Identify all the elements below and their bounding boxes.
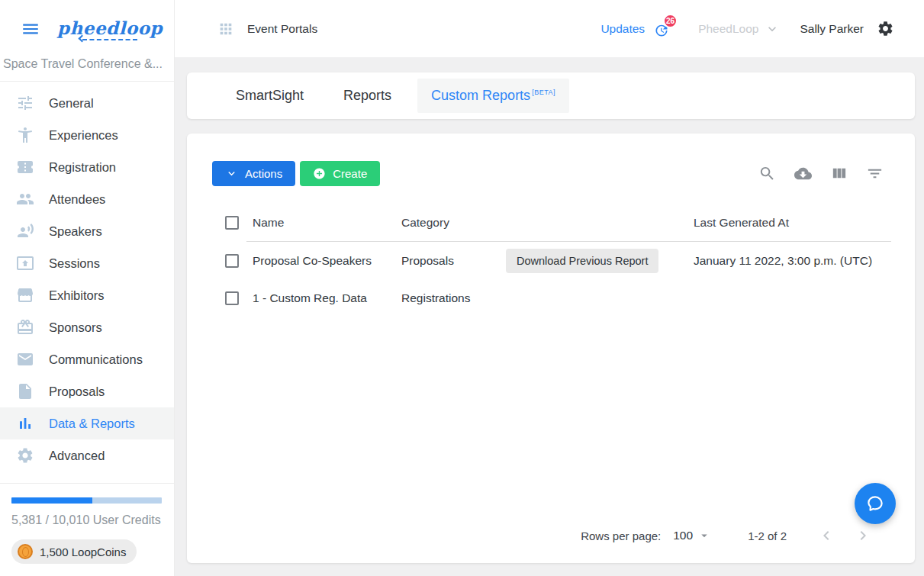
custom-reports-panel: Actions Create <box>187 134 915 563</box>
download-previous-report-button[interactable]: Download Previous Report <box>506 249 658 273</box>
settings-gear-icon[interactable] <box>877 20 895 38</box>
sidebar-item-label: Attendees <box>49 192 105 207</box>
main-area: SmartSight Reports Custom Reports[BETA] … <box>175 57 924 576</box>
table-tools <box>758 165 884 183</box>
updates-button[interactable]: Updates 26 <box>600 21 671 37</box>
sidebar-item-communications[interactable]: Communications <box>0 343 174 375</box>
sidebar-header: pheedloop <box>0 0 174 57</box>
report-category: Proposals <box>401 254 506 268</box>
sidebar-item-proposals[interactable]: Proposals <box>0 375 174 407</box>
menu-icon[interactable] <box>21 19 40 39</box>
next-page-icon[interactable] <box>854 526 872 545</box>
report-name: 1 - Custom Reg. Data <box>253 291 401 305</box>
chat-bubble-icon <box>865 494 885 513</box>
rows-per-page-label: Rows per page: <box>581 529 661 542</box>
previous-page-icon[interactable] <box>817 526 835 545</box>
sidebar-item-label: Registration <box>49 160 116 175</box>
logo-dashed-arrow <box>82 39 137 40</box>
select-all-checkbox[interactable] <box>225 216 239 230</box>
row-checkbox[interactable] <box>225 291 239 305</box>
sidebar-item-speakers[interactable]: Speakers <box>0 215 174 247</box>
actions-button[interactable]: Actions <box>212 161 295 186</box>
accessibility-icon <box>16 126 34 144</box>
sidebar-item-label: Data & Reports <box>49 417 135 431</box>
table-row: Proposal Co-Speakers Proposals Download … <box>187 242 915 279</box>
sidebar-item-label: Sponsors <box>49 320 102 335</box>
pheedloop-logo[interactable]: pheedloop <box>57 18 163 40</box>
plus-circle-icon <box>313 167 326 180</box>
report-last-generated: January 11 2022, 3:00 p.m. (UTC) <box>694 254 891 268</box>
beta-badge: [BETA] <box>532 88 555 96</box>
help-beacon-button[interactable] <box>855 483 896 524</box>
sidebar: pheedloop Space Travel Conference &... G… <box>0 0 175 576</box>
report-name: Proposal Co-Speakers <box>253 254 401 268</box>
loopcoins-label: 1,500 LoopCoins <box>40 545 126 558</box>
topbar: Event Portals Updates 26 PheedLoop Sally… <box>175 0 924 57</box>
sidebar-item-registration[interactable]: Registration <box>0 151 174 183</box>
tab-custom-reports[interactable]: Custom Reports[BETA] <box>417 79 569 113</box>
user-credits-text: 5,381 / 10,010 User Credits <box>11 513 162 527</box>
event-name: Space Travel Conference &... <box>0 57 174 82</box>
tune-icon <box>16 94 34 112</box>
present-icon <box>16 254 34 272</box>
columns-icon[interactable] <box>830 165 848 183</box>
ticket-icon <box>16 158 34 176</box>
create-button[interactable]: Create <box>300 161 380 186</box>
sidebar-item-sponsors[interactable]: Sponsors <box>0 311 174 343</box>
sidebar-item-label: Speakers <box>49 224 102 239</box>
report-category: Registrations <box>401 291 506 305</box>
sidebar-item-data-reports[interactable]: Data & Reports <box>0 407 174 439</box>
voice-icon <box>16 222 34 240</box>
sidebar-item-label: General <box>49 96 94 111</box>
row-checkbox[interactable] <box>225 254 239 268</box>
column-header-name: Name <box>253 216 401 230</box>
sidebar-item-sessions[interactable]: Sessions <box>0 247 174 279</box>
bar-chart-icon <box>16 414 34 433</box>
sidebar-item-experiences[interactable]: Experiences <box>0 119 174 151</box>
user-name: Sally Parker <box>800 22 864 36</box>
topbar-right: Updates 26 PheedLoop Sally Parker <box>600 20 924 38</box>
apps-grid-icon <box>217 21 234 37</box>
loopcoin-icon <box>18 544 33 559</box>
sidebar-nav: General Experiences Registration Attende… <box>0 82 174 483</box>
table-row: 1 - Custom Reg. Data Registrations <box>187 279 915 317</box>
document-icon <box>16 382 34 401</box>
cloud-download-icon[interactable] <box>794 165 813 183</box>
page-range: 1-2 of 2 <box>748 529 787 542</box>
tab-reports[interactable]: Reports <box>330 79 405 113</box>
sidebar-item-general[interactable]: General <box>0 87 174 119</box>
people-icon <box>16 190 34 208</box>
sidebar-item-exhibitors[interactable]: Exhibitors <box>0 279 174 311</box>
updates-label: Updates <box>600 22 645 36</box>
tabs-bar: SmartSight Reports Custom Reports[BETA] <box>187 72 915 119</box>
sidebar-item-attendees[interactable]: Attendees <box>0 183 174 215</box>
loopcoins-chip[interactable]: 1,500 LoopCoins <box>11 539 137 564</box>
tab-custom-reports-label: Custom Reports <box>431 88 530 103</box>
updates-count-badge: 26 <box>663 14 678 28</box>
reports-table: Name Category Last Generated At Proposal… <box>187 204 915 317</box>
column-header-category: Category <box>401 216 506 230</box>
tab-smartsight[interactable]: SmartSight <box>222 79 317 113</box>
gift-icon <box>16 318 34 336</box>
sidebar-item-label: Communications <box>49 352 143 367</box>
actions-button-label: Actions <box>245 167 282 180</box>
storefront-icon <box>16 286 34 304</box>
sidebar-item-label: Exhibitors <box>49 288 104 303</box>
search-icon[interactable] <box>758 165 777 183</box>
org-switcher[interactable]: PheedLoop <box>698 21 780 37</box>
sidebar-item-advanced[interactable]: Advanced <box>0 439 174 471</box>
rows-per-page-value: 100 <box>673 529 693 542</box>
chevron-down-icon <box>765 21 780 37</box>
sidebar-item-label: Experiences <box>49 128 118 143</box>
mail-icon <box>16 350 34 368</box>
filter-icon[interactable] <box>866 165 884 183</box>
user-credits-progress <box>11 497 162 504</box>
rows-per-page-select[interactable]: 100 <box>673 529 711 542</box>
pheedloop-logo-text: pheedloop <box>57 18 163 38</box>
update-icon: 26 <box>654 21 671 37</box>
event-portals-link[interactable]: Event Portals <box>175 21 317 37</box>
user-credits-progress-fill <box>11 497 92 504</box>
panel-toolbar: Actions Create <box>212 161 884 186</box>
column-header-last-generated: Last Generated At <box>694 216 891 230</box>
create-button-label: Create <box>333 167 367 180</box>
